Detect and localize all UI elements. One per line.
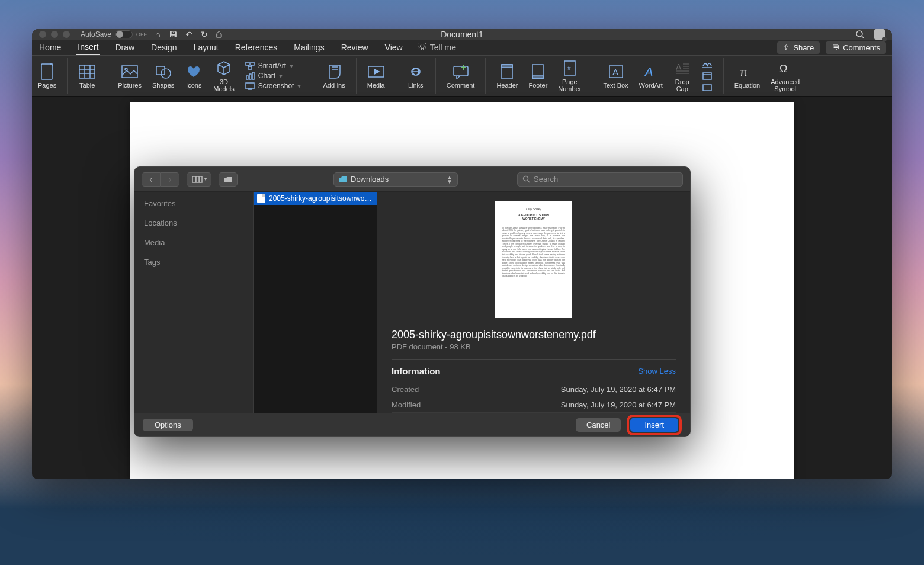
tab-view[interactable]: View (384, 40, 404, 54)
close-window[interactable] (39, 31, 46, 38)
ribbon-icons[interactable]: Icons (185, 63, 203, 89)
sidebar-item-locations[interactable]: Locations (144, 219, 243, 227)
tab-home[interactable]: Home (38, 40, 62, 54)
ribbon-footer[interactable]: Footer (529, 63, 548, 89)
tell-me[interactable]: 💡︎ Tell me (418, 43, 456, 52)
autosave-label: AutoSave (81, 30, 111, 38)
preview-meta: PDF document - 98 KB (392, 342, 676, 351)
svg-rect-12 (246, 62, 249, 65)
date-icon[interactable] (702, 72, 713, 80)
location-label: Downloads (351, 175, 389, 184)
file-row-selected[interactable]: 2005-shirky-agroupisitsownworstenemy.pdf (254, 192, 377, 205)
svg-rect-3 (79, 65, 95, 78)
home-icon[interactable]: ⌂ (155, 30, 160, 39)
forward-button[interactable]: › (161, 172, 179, 187)
svg-rect-42 (703, 85, 711, 91)
ribbon-chart[interactable]: Chart▾ (245, 71, 301, 81)
share-icon: ⇪ (783, 43, 790, 52)
share-button[interactable]: ⇪Share (777, 41, 820, 54)
file-name: 2005-shirky-agroupisitsownworstenemy.pdf (269, 194, 373, 203)
location-dropdown[interactable]: Downloads ▲▼ (333, 172, 458, 187)
svg-rect-45 (192, 176, 195, 182)
ribbon-page-number[interactable]: # Page Number (558, 59, 581, 92)
svg-point-0 (856, 31, 862, 37)
svg-rect-16 (249, 74, 251, 79)
svg-line-49 (528, 181, 530, 182)
svg-point-11 (161, 69, 171, 78)
ribbon-screenshot[interactable]: Screenshot▾ (245, 81, 301, 91)
ribbon-header[interactable]: Header (496, 63, 518, 89)
svg-text:A: A (644, 65, 653, 78)
comments-button[interactable]: 💬︎Comments (826, 41, 886, 54)
tab-draw[interactable]: Draw (114, 40, 136, 54)
tab-mailings[interactable]: Mailings (293, 40, 325, 54)
search-icon[interactable] (855, 30, 865, 39)
ribbon-table[interactable]: Table (78, 63, 96, 89)
ribbon-pages[interactable]: Pages (38, 63, 56, 89)
ribbon-symbol[interactable]: Ω Advanced Symbol (771, 59, 800, 92)
information-heading: Information (392, 366, 441, 376)
svg-rect-2 (41, 64, 52, 79)
sidebar-item-tags[interactable]: Tags (144, 258, 243, 267)
ribbon-addins[interactable]: Add-ins (323, 63, 345, 89)
file-icon (257, 194, 265, 203)
back-button[interactable]: ‹ (142, 172, 161, 187)
svg-rect-13 (251, 62, 254, 65)
tab-insert[interactable]: Insert (76, 40, 100, 55)
tab-references[interactable]: References (234, 40, 279, 54)
file-thumbnail: Clay Shirky A GROUP IS ITS OWN WORST ENE… (495, 201, 572, 318)
show-less-link[interactable]: Show Less (638, 367, 676, 375)
insert-highlight: Insert (627, 415, 682, 435)
ribbon-comment[interactable]: Comment (447, 63, 475, 89)
group-button[interactable] (219, 172, 238, 187)
ribbon-equation[interactable]: π Equation (734, 63, 760, 89)
quick-access: ⌂ 💾︎ ↶ ↻ ⎙ (155, 30, 220, 39)
tab-design[interactable]: Design (150, 40, 178, 54)
search-placeholder: Search (534, 175, 558, 184)
info-row: ModifiedSunday, July 19, 2020 at 6:47 PM (392, 397, 676, 413)
ribbon: Pages Table Pictures Shapes Icons 3D Mod… (32, 56, 892, 97)
redo-icon[interactable]: ↻ (201, 30, 208, 39)
ribbon-wordart[interactable]: A WordArt (639, 63, 663, 89)
zoom-window[interactable] (63, 31, 70, 38)
file-open-dialog: ‹ › ▾ Downloads ▲▼ Search Favorites Loca… (134, 166, 691, 437)
svg-text:A: A (612, 67, 618, 77)
insert-button[interactable]: Insert (630, 418, 678, 432)
svg-rect-40 (703, 73, 711, 79)
object-icon[interactable] (702, 84, 713, 92)
view-mode-button[interactable]: ▾ (187, 172, 211, 187)
sidebar-item-favorites[interactable]: Favorites (144, 199, 243, 208)
preview-filename: 2005-shirky-agroupisitsownworstenemy.pdf (392, 329, 676, 341)
svg-text:π: π (740, 66, 747, 78)
comment-icon: 💬︎ (832, 43, 839, 52)
dialog-sidebar: Favorites Locations Media Tags (134, 192, 253, 413)
user-avatar-icon[interactable] (874, 29, 885, 40)
document-title: Document1 (441, 30, 483, 39)
options-button[interactable]: Options (143, 419, 193, 431)
ribbon-text-box[interactable]: A Text Box (603, 63, 628, 89)
ribbon-tabs: Home Insert Draw Design Layout Reference… (32, 40, 892, 56)
save-icon[interactable]: 💾︎ (169, 30, 177, 39)
ribbon-smartart[interactable]: SmartArt▾ (245, 61, 301, 70)
toggle-switch[interactable] (115, 30, 133, 38)
svg-rect-17 (252, 72, 254, 79)
search-input[interactable]: Search (517, 172, 683, 187)
signature-icon[interactable] (702, 60, 713, 68)
ribbon-media[interactable]: Media (367, 63, 385, 89)
ribbon-links[interactable]: Links (407, 63, 425, 89)
ribbon-pictures[interactable]: Pictures (118, 63, 142, 89)
ribbon-shapes[interactable]: Shapes (152, 63, 174, 89)
svg-text:#: # (567, 65, 571, 72)
print-icon[interactable]: ⎙ (216, 30, 221, 39)
autosave-toggle[interactable]: AutoSave OFF (81, 30, 147, 38)
file-list-column: 2005-shirky-agroupisitsownworstenemy.pdf (253, 192, 377, 413)
tab-review[interactable]: Review (340, 40, 370, 54)
ribbon-3d-models[interactable]: 3D Models (213, 59, 234, 92)
svg-text:A: A (676, 62, 682, 72)
sidebar-item-media[interactable]: Media (144, 238, 243, 247)
ribbon-drop-cap[interactable]: A Drop Cap (673, 59, 691, 92)
tab-layout[interactable]: Layout (192, 40, 220, 54)
minimize-window[interactable] (51, 31, 58, 38)
undo-icon[interactable]: ↶ (185, 30, 192, 39)
cancel-button[interactable]: Cancel (576, 418, 621, 432)
